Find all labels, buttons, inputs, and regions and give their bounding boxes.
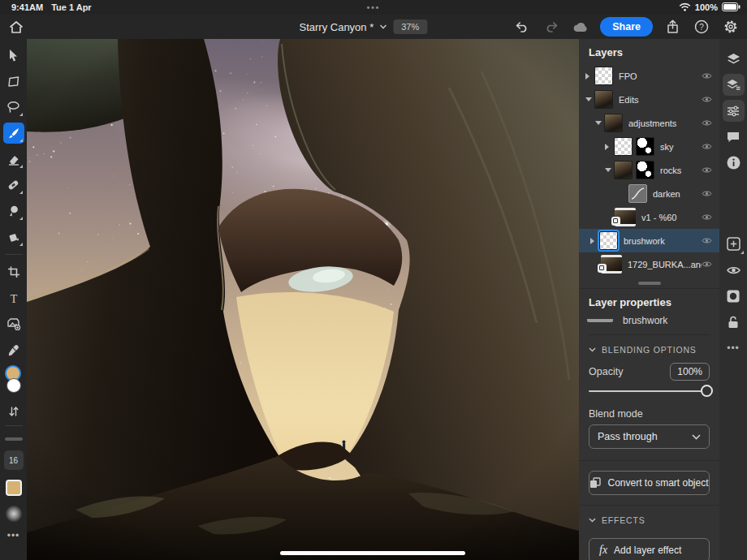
layers-panel-title: Layers <box>579 39 719 64</box>
blend-mode-label: Blend mode <box>589 402 710 424</box>
active-color-swatch[interactable] <box>6 480 22 496</box>
layer-row[interactable]: Edits <box>579 88 719 111</box>
expander-collapsed-icon[interactable] <box>585 73 594 80</box>
opacity-slider-knob[interactable] <box>701 385 713 397</box>
visibility-eye-icon[interactable] <box>702 96 719 103</box>
layer-properties-section: Layer properties brushwork BLENDING OPTI… <box>579 288 719 560</box>
visibility-eye-icon[interactable] <box>702 143 719 150</box>
adjustments-sliders-icon[interactable] <box>723 100 745 122</box>
eraser-tool[interactable] <box>3 149 24 170</box>
info-icon[interactable] <box>723 152 745 174</box>
layer-row[interactable]: FPO <box>579 64 719 88</box>
layer-row[interactable]: 1729_BURKA...anced-NR33 <box>579 252 719 276</box>
chevron-down-icon <box>589 518 596 523</box>
export-icon[interactable] <box>663 17 682 37</box>
layer-row[interactable]: sky <box>579 135 719 158</box>
layer-name: v1 - %60 <box>641 213 702 222</box>
visibility-eye-icon[interactable] <box>702 72 719 80</box>
add-layer-icon[interactable] <box>723 233 745 255</box>
swap-colors-icon[interactable] <box>3 404 24 419</box>
expander-expanded-icon[interactable] <box>605 168 614 172</box>
fx-icon: fx <box>599 544 607 557</box>
blend-mode-dropdown[interactable]: Pass through <box>589 424 710 449</box>
visibility-eye-icon[interactable] <box>702 213 719 221</box>
layer-thumbnail <box>601 255 622 274</box>
document-title: Starry Canyon * <box>299 21 374 33</box>
layer-thumbnail <box>614 161 633 179</box>
expander-collapsed-icon[interactable] <box>605 144 614 150</box>
home-icon[interactable] <box>6 17 26 37</box>
layer-name: darken <box>653 189 702 199</box>
brush-size-box[interactable]: 16 <box>4 450 24 470</box>
lasso-tool[interactable] <box>3 97 24 118</box>
color-wells <box>3 365 24 398</box>
expander-expanded-icon[interactable] <box>595 121 604 125</box>
vignette <box>27 39 579 560</box>
layer-thumbnail <box>594 90 613 109</box>
chevron-down-icon <box>379 24 386 29</box>
place-image-tool[interactable] <box>3 313 24 334</box>
document-canvas[interactable] <box>27 39 579 560</box>
settings-gear-icon[interactable] <box>721 17 741 37</box>
multitask-dots-icon[interactable]: ••• <box>0 3 747 12</box>
visibility-eye-icon[interactable] <box>702 190 719 197</box>
visibility-eye-icon[interactable] <box>702 119 719 127</box>
layers-panel-icon[interactable] <box>723 48 745 70</box>
eyedropper-tool[interactable] <box>3 339 24 360</box>
visibility-eye-icon[interactable] <box>723 259 745 281</box>
transform-tool[interactable] <box>3 71 24 92</box>
zoom-level-badge[interactable]: 37% <box>393 19 427 34</box>
layer-thumbnail <box>615 208 636 226</box>
expander-collapsed-icon[interactable] <box>590 238 599 244</box>
layer-name: rocks <box>660 166 702 175</box>
clipped-layers-icon[interactable] <box>723 74 745 96</box>
comment-icon[interactable] <box>723 126 745 148</box>
expander-expanded-icon[interactable] <box>585 97 594 101</box>
layer-mask-icon[interactable] <box>723 285 745 307</box>
share-button[interactable]: Share <box>600 17 653 37</box>
top-toolbar: Starry Canyon * 37% Share ? <box>0 15 747 39</box>
redo-icon[interactable] <box>542 17 561 37</box>
healing-brush-tool[interactable] <box>3 174 24 196</box>
cloud-sync-icon[interactable] <box>571 17 590 37</box>
crop-tool[interactable] <box>3 261 24 282</box>
more-options-icon[interactable]: ••• <box>723 337 745 359</box>
layer-list: FPOEditsadjustmentsskyrocksdarkenv1 - %6… <box>579 64 719 276</box>
effects-header[interactable]: EFFECTS <box>589 506 710 528</box>
layer-mask-thumbnail <box>636 161 654 179</box>
clone-stamp-tool[interactable] <box>3 200 24 222</box>
chevron-down-icon <box>692 434 701 440</box>
convert-to-smart-object-button[interactable]: Convert to smart object <box>589 471 710 495</box>
layer-row[interactable]: v1 - %60 <box>579 205 719 229</box>
document-title-menu[interactable]: Starry Canyon * <box>299 21 386 33</box>
brush-tool[interactable] <box>3 123 24 144</box>
visibility-eye-icon[interactable] <box>702 261 719 268</box>
status-bar: 9:41AM Tue 1 Apr ••• 100% <box>0 0 747 15</box>
chevron-down-icon <box>589 347 596 352</box>
opacity-value[interactable]: 100% <box>670 363 710 381</box>
layer-row[interactable]: rocks <box>579 158 719 182</box>
move-tool[interactable] <box>3 45 24 66</box>
opacity-slider[interactable] <box>589 384 710 398</box>
background-color-well[interactable] <box>6 378 21 393</box>
blending-options-header[interactable]: BLENDING OPTIONS <box>589 335 710 358</box>
home-indicator[interactable] <box>280 551 465 555</box>
fill-tool[interactable] <box>3 226 24 248</box>
panel-drag-handle[interactable] <box>638 282 661 285</box>
visibility-eye-icon[interactable] <box>702 166 719 174</box>
layer-thumbnail <box>594 67 613 85</box>
help-icon[interactable]: ? <box>692 17 711 37</box>
undo-icon[interactable] <box>512 17 532 37</box>
add-layer-effect-button[interactable]: fx Add layer effect <box>589 538 710 560</box>
layer-row[interactable]: brushwork <box>579 229 719 252</box>
toolbar-grip-handle[interactable] <box>5 437 23 441</box>
opacity-label: Opacity <box>589 366 623 377</box>
tool-column: T 16 ••• <box>0 39 27 560</box>
more-tools-icon[interactable]: ••• <box>7 530 20 541</box>
visibility-eye-icon[interactable] <box>702 237 719 244</box>
type-tool[interactable]: T <box>3 287 24 308</box>
unlock-icon[interactable] <box>723 311 745 333</box>
layer-row[interactable]: adjustments <box>579 111 719 135</box>
layer-row[interactable]: darken <box>579 182 719 205</box>
soft-brush-preview[interactable] <box>6 506 22 522</box>
